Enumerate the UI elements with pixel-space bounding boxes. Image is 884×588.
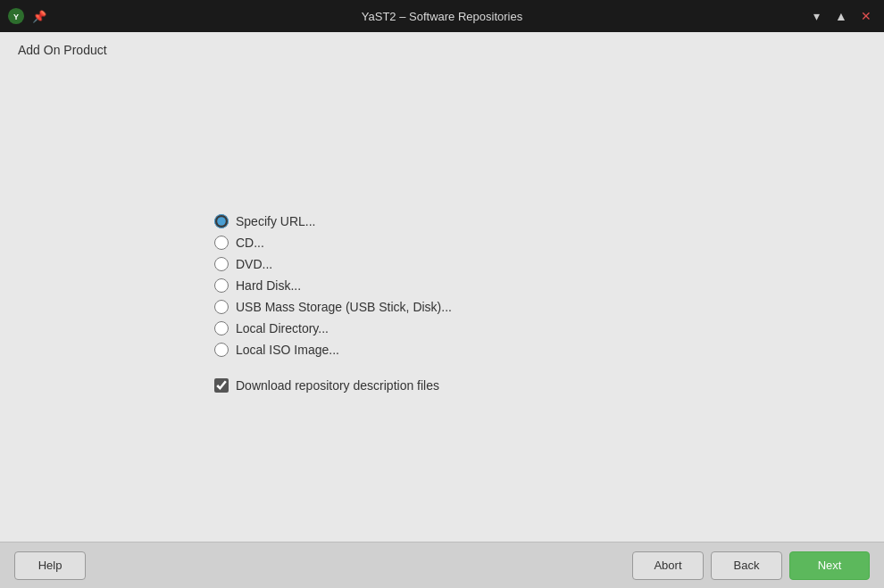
radio-item-local-iso-image[interactable]: Local ISO Image... — [214, 343, 452, 357]
radio-local-directory[interactable] — [214, 321, 229, 335]
abort-button[interactable]: Abort — [632, 551, 704, 580]
pin-icon: 📌 — [30, 7, 48, 25]
radio-item-specify-url[interactable]: Specify URL... — [214, 214, 452, 228]
footer: Help Abort Back Next — [0, 542, 884, 588]
radio-item-local-directory[interactable]: Local Directory... — [214, 321, 452, 335]
radio-dvd[interactable] — [214, 257, 229, 271]
minimize-button[interactable]: ▲ — [830, 5, 852, 27]
minimize-icon: ▲ — [835, 9, 847, 23]
download-description-text: Download repository description files — [236, 378, 439, 393]
svg-text:Y: Y — [13, 12, 19, 21]
menu-button[interactable]: ▾ — [805, 5, 827, 27]
titlebar-controls: ▾ ▲ ✕ — [805, 5, 877, 27]
radio-specify-url[interactable] — [214, 214, 229, 228]
footer-right: Abort Back Next — [632, 551, 870, 580]
next-button[interactable]: Next — [789, 551, 870, 580]
content-area: Add On Product Specify URL...CD...DVD...… — [0, 32, 884, 542]
radio-label-local-iso-image: Local ISO Image... — [236, 343, 339, 357]
main-content: Specify URL...CD...DVD...Hard Disk...USB… — [0, 64, 884, 542]
page-title: Add On Product — [0, 32, 884, 64]
radio-label-dvd: DVD... — [236, 257, 272, 271]
radio-label-specify-url: Specify URL... — [236, 214, 315, 228]
download-description-checkbox-group: Download repository description files — [214, 378, 439, 393]
source-type-radio-group: Specify URL...CD...DVD...Hard Disk...USB… — [214, 214, 452, 357]
radio-label-hard-disk: Hard Disk... — [236, 278, 301, 293]
help-button[interactable]: Help — [14, 551, 86, 580]
yast-logo-icon: Y — [7, 7, 25, 25]
radio-item-hard-disk[interactable]: Hard Disk... — [214, 278, 452, 293]
download-description-checkbox[interactable] — [214, 378, 229, 393]
download-description-label[interactable]: Download repository description files — [214, 378, 439, 393]
radio-hard-disk[interactable] — [214, 278, 229, 293]
main-window: Y 📌 YaST2 – Software Repositories ▾ ▲ ✕ … — [0, 0, 884, 588]
footer-left: Help — [14, 551, 86, 580]
close-button[interactable]: ✕ — [855, 5, 877, 27]
radio-local-iso-image[interactable] — [214, 343, 229, 357]
radio-label-cd: CD... — [236, 236, 264, 250]
radio-cd[interactable] — [214, 236, 229, 250]
radio-usb-mass-storage[interactable] — [214, 300, 229, 314]
radio-item-cd[interactable]: CD... — [214, 236, 452, 250]
radio-label-local-directory: Local Directory... — [236, 321, 329, 335]
radio-item-dvd[interactable]: DVD... — [214, 257, 452, 271]
titlebar-left: Y 📌 — [7, 7, 48, 25]
back-button[interactable]: Back — [711, 551, 782, 580]
close-icon: ✕ — [861, 9, 871, 23]
radio-item-usb-mass-storage[interactable]: USB Mass Storage (USB Stick, Disk)... — [214, 300, 452, 314]
titlebar: Y 📌 YaST2 – Software Repositories ▾ ▲ ✕ — [0, 0, 884, 32]
window-title: YaST2 – Software Repositories — [362, 10, 522, 23]
menu-icon: ▾ — [813, 9, 820, 23]
radio-label-usb-mass-storage: USB Mass Storage (USB Stick, Disk)... — [236, 300, 452, 314]
